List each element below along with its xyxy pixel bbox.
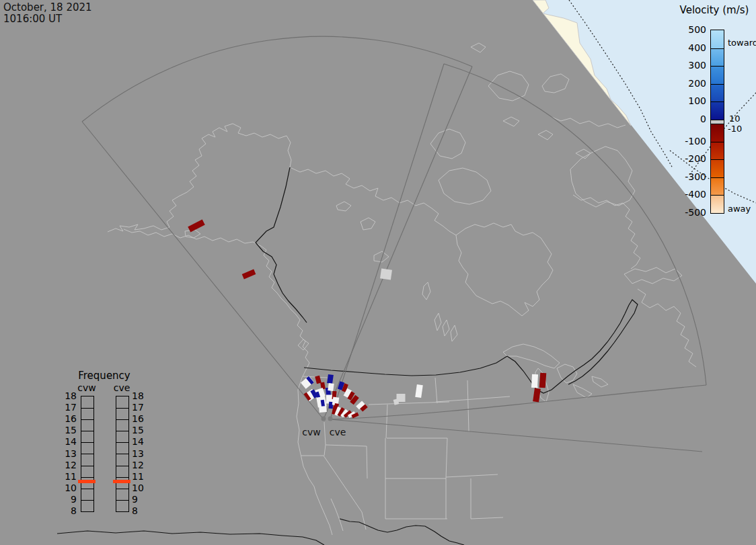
frequency-bar-cell	[81, 500, 93, 511]
frequency-bar-cve	[116, 396, 129, 512]
velocity-colorbar-segment	[711, 66, 724, 84]
velocity-colorbar-segment	[711, 30, 724, 48]
time-label: 1016:00 UT	[3, 13, 92, 25]
frequency-bar-cell	[81, 466, 93, 477]
map-radar-label-cve: cve	[323, 427, 352, 437]
velocity-data-point	[539, 373, 547, 388]
frequency-bar-cell	[116, 454, 128, 465]
frequency-bar-cell	[116, 500, 128, 511]
frequency-bar-cell	[81, 489, 93, 500]
velocity-colorbar-segment	[711, 124, 724, 142]
velocity-colorbar-segment	[711, 159, 724, 177]
velocity-colorbar-segment	[711, 195, 724, 213]
frequency-bar-cell	[81, 396, 93, 408]
velocity-colorbar-segment	[711, 101, 724, 120]
velocity-colorbar-tick	[711, 159, 724, 160]
frequency-bar-cell	[81, 442, 93, 454]
north-america-map	[0, 0, 756, 545]
velocity-colorbar-tick	[711, 120, 724, 120]
radar-site-dot-cvw	[322, 417, 326, 421]
velocity-colorbar-tick	[711, 101, 724, 102]
frequency-bar-cell	[116, 477, 128, 489]
frequency-bar-cvw	[81, 396, 94, 512]
velocity-colorbar-tick	[711, 84, 724, 85]
velocity-colorbar-tick	[711, 66, 724, 67]
radar-site-dot-cve	[328, 417, 333, 421]
velocity-colorbar-segment	[711, 177, 724, 196]
frequency-bar-cell	[81, 454, 93, 465]
velocity-data-point	[328, 383, 334, 391]
velocity-colorbar-segment	[711, 84, 724, 102]
frequency-bar-cell	[116, 396, 128, 408]
velocity-colorbar	[710, 30, 724, 214]
velocity-colorbar-tick	[711, 195, 724, 196]
frequency-column-label-cve: cve	[108, 382, 135, 393]
velocity-colorbar-tick	[711, 48, 724, 49]
frequency-bar-cell	[116, 442, 128, 454]
frequency-column-label-cvw: cvw	[73, 382, 100, 393]
frequency-bar-cell	[81, 419, 93, 431]
timestamp-block: October, 18 2021 1016:00 UT	[3, 2, 92, 25]
frequency-bar-cell	[81, 408, 93, 419]
radar-map-canvas: October, 18 2021 1016:00 UT Velocity (m/…	[0, 0, 756, 545]
velocity-colorbar-tick	[711, 177, 724, 178]
velocity-colorbar-tick	[711, 124, 724, 124]
velocity-legend-title: Velocity (m/s)	[673, 4, 756, 16]
frequency-bar-cell	[116, 489, 128, 500]
frequency-bar-cell	[116, 419, 128, 431]
velocity-data-point	[380, 268, 392, 280]
frequency-bar-cell	[81, 431, 93, 442]
frequency-bar-cell	[116, 408, 128, 419]
velocity-colorbar-segment	[711, 142, 724, 160]
map-radar-label-cvw: cvw	[297, 427, 326, 437]
velocity-colorbar-tick	[711, 142, 724, 142]
frequency-bar-cell	[116, 466, 128, 477]
frequency-bar-cell	[116, 431, 128, 442]
velocity-colorbar-segment	[711, 48, 724, 67]
frequency-bar-cell	[81, 477, 93, 489]
velocity-data-point	[319, 406, 327, 413]
date-label: October, 18 2021	[3, 2, 92, 13]
velocity-data-point	[531, 374, 538, 388]
frequency-legend-title: Frequency	[64, 370, 145, 382]
